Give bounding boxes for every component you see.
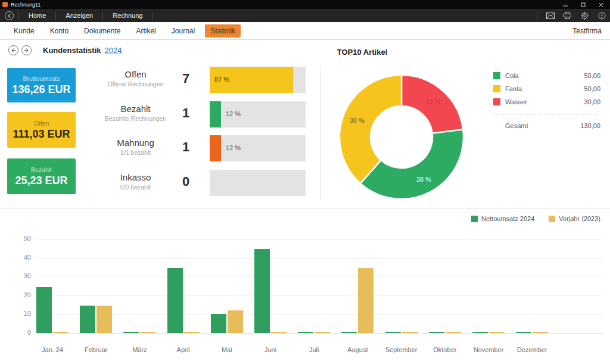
- tabbar: KundeKontoDokumenteArtikelJournalStatist…: [0, 22, 610, 40]
- bar-previous-mai[interactable]: [228, 310, 243, 333]
- menu-item-home[interactable]: Home: [19, 9, 55, 22]
- bar-current-juli[interactable]: [298, 332, 313, 333]
- stat-labels: Mahnung1/1 bezahlt: [95, 138, 176, 156]
- y-axis-tick-label: 50: [15, 235, 31, 242]
- company-label: Testfirma: [572, 27, 602, 35]
- stat-title: Inkasso: [95, 172, 176, 182]
- chart-gridline: [37, 295, 603, 296]
- vertical-divider: [320, 66, 320, 201]
- bar-previous-november[interactable]: [489, 332, 505, 333]
- stat-progress-track: 87 %: [210, 67, 306, 93]
- donut-legend-total: Gesamt130,00: [493, 119, 600, 132]
- restore-icon[interactable]: [574, 0, 592, 9]
- gear-icon[interactable]: [580, 11, 589, 20]
- stat-subtitle: 0/0 bezahlt: [95, 183, 176, 191]
- chart-gridline: [37, 314, 603, 315]
- stat-count: 7: [173, 71, 199, 86]
- stat-progress-track: 12 %: [210, 135, 306, 161]
- x-axis-category-label: Jan. 24: [42, 346, 63, 353]
- legend-item-label: Wasser: [505, 98, 584, 105]
- bar-current-mai[interactable]: [211, 314, 226, 333]
- total-value: 130,00: [580, 122, 600, 129]
- summary-card-offen[interactable]: Offen111,03 EUR: [7, 112, 76, 148]
- printer-icon[interactable]: [563, 11, 572, 20]
- tab-dokumente[interactable]: Dokumente: [79, 24, 126, 38]
- stat-count: 0: [173, 174, 199, 189]
- bar-current-november[interactable]: [472, 332, 488, 333]
- bar-current-oktober[interactable]: [429, 332, 444, 333]
- donut-slice-percent: 23 %: [426, 98, 441, 105]
- minimize-icon[interactable]: [556, 0, 574, 9]
- bar-previous-oktober[interactable]: [446, 332, 461, 333]
- mail-icon[interactable]: [546, 11, 555, 20]
- menu-item-rechnung[interactable]: Rechnung: [103, 9, 152, 22]
- bar-previous-august[interactable]: [358, 268, 374, 333]
- legend-item-label: Nettoumsatz 2024: [481, 215, 534, 222]
- chart-gridline: [37, 239, 603, 239]
- bar-previous-september[interactable]: [402, 332, 418, 333]
- bar-previous-februar[interactable]: [97, 306, 112, 333]
- next-year-icon[interactable]: [21, 45, 32, 55]
- stat-subtitle: Bezahlte Rechnungen: [95, 115, 176, 122]
- bar-legend-vorjahr: Vorjahr (2023): [549, 215, 600, 222]
- info-icon[interactable]: [597, 11, 606, 20]
- legend-divider: [493, 114, 600, 114]
- stat-progress-fill: [210, 135, 221, 161]
- legend-swatch-icon: [549, 216, 555, 222]
- bar-current-juni[interactable]: [254, 249, 270, 333]
- x-axis-category-label: Mai: [222, 346, 232, 353]
- summary-card-bezahlt[interactable]: Bezahlt25,23 EUR: [7, 158, 76, 194]
- card-value: 136,26 EUR: [12, 83, 70, 96]
- stat-title: Bezahlt: [95, 104, 176, 114]
- chart-gridline: [37, 276, 603, 277]
- chart-gridline: [37, 333, 603, 334]
- bar-previous-april[interactable]: [184, 332, 200, 333]
- bar-previous-mrz[interactable]: [140, 332, 155, 333]
- tab-konto[interactable]: Konto: [45, 24, 74, 38]
- stat-row-mahnung: Mahnung1/1 bezahlt112 %: [95, 135, 310, 161]
- back-icon[interactable]: [5, 11, 14, 20]
- card-label: Bruttoumsatz: [23, 75, 60, 82]
- bar-current-mrz[interactable]: [123, 332, 139, 333]
- stat-progress-track: [210, 170, 306, 196]
- x-axis-category-label: Dezember: [517, 346, 547, 353]
- chart-gridline: [37, 258, 603, 259]
- tabbar-tabs: KundeKontoDokumenteArtikelJournalStatist…: [0, 24, 241, 38]
- close-icon[interactable]: [592, 0, 610, 9]
- summary-card-bruttoumsatz[interactable]: Bruttoumsatz136,26 EUR: [7, 68, 76, 102]
- donut-legend-item-fanta[interactable]: Fanta50,00: [493, 82, 600, 95]
- menu-item-anzeigen[interactable]: Anzeigen: [56, 9, 102, 22]
- bar-previous-jan24[interactable]: [53, 332, 69, 333]
- prev-year-icon[interactable]: [8, 45, 18, 55]
- tab-artikel[interactable]: Artikel: [130, 24, 161, 38]
- bar-previous-juni[interactable]: [271, 332, 287, 333]
- stat-subtitle: Offene Rechnungen: [95, 80, 176, 88]
- tab-journal[interactable]: Journal: [166, 24, 200, 38]
- bar-previous-juli[interactable]: [315, 332, 330, 333]
- x-axis-category-label: April: [177, 346, 190, 353]
- bar-current-jan24[interactable]: [36, 287, 52, 333]
- bar-current-august[interactable]: [341, 332, 357, 333]
- bar-current-april[interactable]: [167, 268, 183, 333]
- year-link[interactable]: 2024: [105, 46, 122, 55]
- menu-items: HomeAnzeigenRechnung: [19, 9, 152, 22]
- statistics-header: Kundenstatistik 2024: [8, 45, 122, 55]
- stat-row-offen: OffenOffene Rechnungen787 %: [95, 67, 310, 93]
- bar-previous-dezember[interactable]: [533, 332, 548, 333]
- bar-current-februar[interactable]: [80, 306, 95, 333]
- legend-swatch-icon: [471, 216, 478, 222]
- stat-percent-label: 12 %: [226, 144, 241, 151]
- tab-statistik[interactable]: Statistik: [205, 24, 241, 38]
- donut-legend-item-cola[interactable]: Cola50,00: [493, 69, 600, 82]
- bar-current-dezember[interactable]: [516, 332, 531, 333]
- window-title: Rechnung11: [11, 2, 41, 8]
- bar-current-september[interactable]: [385, 332, 401, 333]
- card-label: Offen: [34, 120, 49, 127]
- tab-kunde[interactable]: Kunde: [8, 24, 40, 38]
- stat-percent-label: 12 %: [226, 110, 241, 117]
- donut-legend-item-wasser[interactable]: Wasser30,00: [493, 95, 600, 108]
- page-title: Kundenstatistik: [43, 46, 101, 55]
- x-axis-category-label: August: [347, 346, 368, 353]
- legend-item-value: 50,00: [584, 72, 600, 79]
- x-axis-category-label: September: [385, 346, 418, 353]
